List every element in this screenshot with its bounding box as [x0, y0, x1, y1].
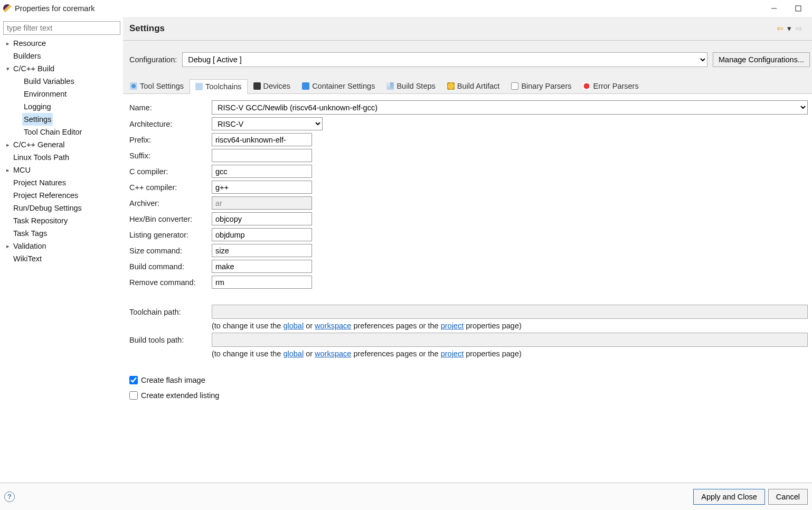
footer: ? Apply and Close Cancel [0, 483, 812, 510]
tree-item-logging[interactable]: Logging [13, 100, 121, 113]
toolchain-path-label: Toolchain path: [129, 308, 210, 316]
cpp-compiler-input[interactable] [212, 181, 312, 194]
manage-configurations-button[interactable]: Manage Configurations... [713, 52, 810, 67]
configuration-select[interactable]: Debug [ Active ] [182, 52, 707, 67]
build-artifact-icon [447, 82, 455, 90]
cpp-compiler-label: C++ compiler: [129, 183, 210, 192]
tool-settings-icon [130, 82, 137, 90]
link-project[interactable]: project [441, 322, 464, 330]
link-global-2[interactable]: global [283, 350, 304, 358]
tab-bar: Tool Settings Toolchains Devices Contain… [123, 79, 812, 93]
c-compiler-input[interactable] [212, 165, 312, 178]
container-icon [302, 82, 309, 90]
tree-item-mcu[interactable]: ▸MCU [2, 164, 121, 176]
window-controls [769, 3, 809, 14]
tree-item-task-tags[interactable]: Task Tags [2, 227, 121, 240]
create-extended-listing-checkbox[interactable] [129, 391, 138, 400]
build-steps-icon [386, 82, 394, 90]
tree-item-validation[interactable]: ▸Validation [2, 240, 121, 252]
name-select[interactable]: RISC-V GCC/Newlib (riscv64-unknown-elf-g… [212, 100, 808, 115]
tree-item-ccbuild[interactable]: ▾C/C++ Build [2, 62, 121, 75]
tree-item-linux-tools-path[interactable]: Linux Tools Path [2, 151, 121, 164]
configuration-bar: Configuration: Debug [ Active ] Manage C… [123, 41, 812, 79]
tree-item-tool-chain-editor[interactable]: Tool Chain Editor [13, 126, 121, 138]
tab-error-parsers[interactable]: Error Parsers [577, 79, 644, 93]
archiver-input [212, 196, 312, 210]
properties-tree: ▸Resource Builders ▾C/C++ Build Build Va… [2, 37, 121, 265]
page-title: Settings [129, 23, 776, 34]
tab-container-settings[interactable]: Container Settings [296, 79, 381, 93]
configuration-label: Configuration: [129, 55, 177, 64]
build-cmd-label: Build command: [129, 262, 210, 271]
toolchains-icon [195, 83, 203, 90]
suffix-label: Suffix: [129, 152, 210, 160]
listing-label: Listing generator: [129, 231, 210, 239]
create-flash-image-checkbox[interactable] [129, 376, 138, 384]
remove-cmd-label: Remove command: [129, 278, 210, 287]
main-panel: Settings ⇦ ▾ ⇨ Configuration: Debug [ Ac… [123, 17, 812, 483]
c-compiler-label: C compiler: [129, 167, 210, 176]
cancel-button[interactable]: Cancel [768, 489, 808, 505]
suffix-input[interactable] [212, 149, 312, 162]
size-input[interactable] [212, 244, 312, 257]
listing-input[interactable] [212, 228, 312, 241]
prefix-input[interactable] [212, 133, 312, 146]
remove-cmd-input[interactable] [212, 276, 312, 289]
help-icon[interactable]: ? [4, 492, 15, 502]
link-project-2[interactable]: project [441, 350, 464, 358]
title-bar: Properties for coremark [0, 0, 812, 17]
tree-item-resource[interactable]: ▸Resource [2, 37, 121, 50]
tree-item-project-natures[interactable]: Project Natures [2, 176, 121, 189]
build-tools-path-input [212, 333, 808, 347]
link-global[interactable]: global [283, 322, 304, 330]
tree-item-builders[interactable]: Builders [2, 50, 121, 62]
devices-icon [253, 82, 261, 90]
window-title: Properties for coremark [15, 4, 769, 13]
link-workspace-2[interactable]: workspace [315, 350, 351, 358]
build-tools-path-label: Build tools path: [129, 336, 210, 344]
tab-toolchains[interactable]: Toolchains [190, 79, 248, 94]
build-cmd-input[interactable] [212, 260, 312, 273]
link-workspace[interactable]: workspace [315, 322, 351, 330]
svg-rect-1 [796, 6, 801, 11]
tree-item-ccgeneral[interactable]: ▸C/C++ General [2, 138, 121, 151]
binary-parsers-icon [511, 82, 518, 90]
dropdown-icon[interactable]: ▾ [786, 25, 793, 32]
tab-tool-settings[interactable]: Tool Settings [124, 79, 190, 93]
size-label: Size command: [129, 247, 210, 255]
tree-item-environment[interactable]: Environment [13, 88, 121, 100]
maximize-button[interactable] [793, 3, 804, 14]
tab-binary-parsers[interactable]: Binary Parsers [505, 79, 577, 93]
build-tools-path-hint: (to change it use the global or workspac… [212, 350, 808, 358]
filter-input[interactable] [3, 21, 120, 35]
tree-item-wikitext[interactable]: WikiText [2, 252, 121, 265]
hexbin-label: Hex/Bin converter: [129, 215, 210, 223]
tree-item-build-variables[interactable]: Build Variables [13, 75, 121, 88]
tab-build-artifact[interactable]: Build Artifact [441, 79, 506, 93]
architecture-select[interactable]: RISC-V [212, 117, 323, 130]
eclipse-icon [3, 4, 12, 13]
tree-item-run-debug-settings[interactable]: Run/Debug Settings [2, 202, 121, 214]
sidebar: ▸Resource Builders ▾C/C++ Build Build Va… [0, 17, 123, 483]
back-icon[interactable]: ⇦ [776, 25, 783, 32]
tab-devices[interactable]: Devices [248, 79, 297, 93]
hexbin-input[interactable] [212, 212, 312, 225]
tab-build-steps[interactable]: Build Steps [381, 79, 441, 93]
tree-item-settings[interactable]: Settings [13, 113, 121, 126]
tab-body: Name: RISC-V GCC/Newlib (riscv64-unknown… [123, 93, 812, 483]
name-label: Name: [129, 103, 210, 112]
forward-icon[interactable]: ⇨ [795, 25, 802, 32]
create-flash-image-row[interactable]: Create flash image [129, 374, 808, 386]
main-header: Settings ⇦ ▾ ⇨ [123, 17, 812, 41]
tree-item-project-references[interactable]: Project References [2, 189, 121, 202]
prefix-label: Prefix: [129, 136, 210, 144]
tree-item-task-repository[interactable]: Task Repository [2, 214, 121, 227]
archiver-label: Archiver: [129, 199, 210, 207]
architecture-label: Architecture: [129, 120, 210, 128]
apply-and-close-button[interactable]: Apply and Close [693, 489, 765, 505]
toolchain-path-input [212, 305, 808, 319]
toolchain-path-hint: (to change it use the global or workspac… [212, 322, 808, 330]
error-parsers-icon [583, 82, 590, 90]
create-extended-listing-row[interactable]: Create extended listing [129, 389, 808, 402]
minimize-button[interactable] [769, 3, 779, 14]
